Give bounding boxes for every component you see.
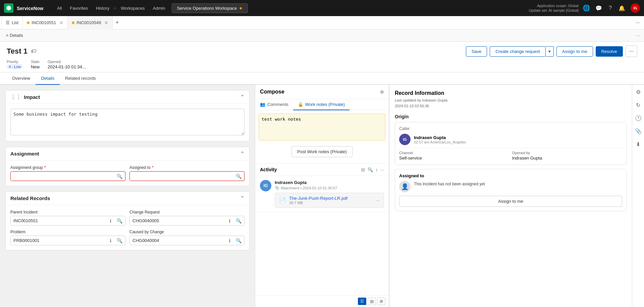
nav-favorites[interactable]: Favorites <box>66 6 92 11</box>
workspace-label: Service Operations Workspace <box>177 6 237 11</box>
impact-section-header[interactable]: ⋮⋮ Impact ⌃ <box>6 90 249 104</box>
save-button[interactable]: Save <box>466 46 487 57</box>
list-view-button[interactable]: ☰ <box>358 298 366 305</box>
add-tab-button[interactable]: + <box>113 19 122 26</box>
assigned-to-label: Assigned to * <box>129 165 245 170</box>
search-icon-activity[interactable]: 🔍 <box>368 167 373 172</box>
assigned-to-input-wrap: 🔍 <box>129 171 245 181</box>
assignment-section-header[interactable]: Assignment ⌃ <box>6 147 249 161</box>
tab2-close-icon[interactable]: ✕ <box>104 20 108 25</box>
tag-icon[interactable]: 🏷 <box>31 48 36 54</box>
caller-avatar: IG <box>399 134 411 145</box>
search-icon-2[interactable]: 🔍 <box>233 174 244 179</box>
side-download-icon[interactable]: ⬇ <box>635 140 642 149</box>
right-panel: Record Information Last updated by Indra… <box>389 85 632 307</box>
opened-meta: Opened 2024-01-10 01:34... <box>48 60 86 69</box>
tab-inc0010549[interactable]: INC0010549 ✕ <box>68 16 113 29</box>
tab1-label: INC0010551 <box>32 20 56 25</box>
nav-admin[interactable]: Admin <box>149 6 169 11</box>
record-header: Test 1 🏷 Save Create change request ▾ As… <box>0 42 644 72</box>
record-info-meta: Last updated by Indrasen Gupta 2024-01-1… <box>395 98 627 109</box>
compose-settings-icon[interactable]: ⚙ <box>380 89 384 95</box>
list-label: List <box>12 20 18 25</box>
search-icon-1[interactable]: 🔍 <box>114 174 125 179</box>
tab-overview[interactable]: Overview <box>7 72 36 85</box>
create-change-dropdown-button[interactable]: ▾ <box>546 46 554 57</box>
nav-all[interactable]: All <box>53 6 66 11</box>
side-time-icon[interactable]: 🕐 <box>634 114 643 123</box>
tab-comments[interactable]: 👥 Comments <box>255 99 293 110</box>
post-work-notes-button[interactable]: Post Work notes (Private) <box>291 146 353 157</box>
resolve-button[interactable]: Resolve <box>596 46 623 57</box>
attachment-name[interactable]: The-Junk-Push-Report-LR.pdf <box>289 196 373 201</box>
tab-details[interactable]: Details <box>36 72 60 85</box>
side-attachment-icon[interactable]: 📎 <box>634 127 643 136</box>
caller-time: 02:57 am America/Los_Angeles <box>414 140 466 144</box>
document-icon: 📄 <box>279 197 286 203</box>
tab-inc0010551[interactable]: INC0010551 ✕ <box>23 16 68 29</box>
search-icon-4[interactable]: 🔍 <box>233 218 244 224</box>
search-icon-3[interactable]: 🔍 <box>114 218 125 224</box>
tab-related-records[interactable]: Related records <box>60 72 101 85</box>
assign-to-me-button-right[interactable]: Assign to me <box>399 196 622 207</box>
info-icon-3[interactable]: ℹ <box>107 238 114 243</box>
search-icon-5[interactable]: 🔍 <box>114 238 125 243</box>
sub-tab-details-label: Details <box>10 33 23 38</box>
caller-label: Caller <box>399 126 622 131</box>
compact-view-button[interactable]: ▤ <box>368 298 376 305</box>
sub-tab-details[interactable]: Details <box>1 29 28 42</box>
parent-incident-input[interactable] <box>11 216 107 225</box>
tab-list[interactable]: ☰ List <box>1 16 23 29</box>
channel-value: Self-service <box>399 156 509 161</box>
tabs-more-button[interactable]: ··· <box>633 20 643 26</box>
language-icon[interactable]: 🌐 <box>583 4 590 12</box>
impact-section: ⋮⋮ Impact ⌃ Some business impact for tes… <box>5 90 250 141</box>
nav-history[interactable]: History <box>92 6 113 11</box>
sort-icon[interactable]: ↕ <box>376 167 378 172</box>
compose-header: Compose ⚙ <box>255 85 389 99</box>
more-icon-activity[interactable]: ··· <box>380 167 384 172</box>
sub-tabs-more[interactable]: ··· <box>634 33 643 38</box>
more-actions-button[interactable]: ··· <box>626 46 637 57</box>
tab2-label: INC0010549 <box>76 20 101 25</box>
assign-to-me-button[interactable]: Assign to me <box>556 46 593 57</box>
user-avatar[interactable]: IG <box>631 3 640 13</box>
caused-by-change-input[interactable] <box>130 236 226 245</box>
info-icon-1[interactable]: ℹ <box>107 218 114 224</box>
split-view-button[interactable]: ⊞ <box>377 298 385 305</box>
assignment-group-input[interactable] <box>11 172 114 181</box>
compose-body: test work notes Post Work notes (Private… <box>255 110 389 163</box>
compose-textarea[interactable]: test work notes <box>259 114 385 140</box>
related-records-header[interactable]: Related Records ⌃ <box>6 192 249 205</box>
filter-icon[interactable]: ⊟ <box>361 167 365 172</box>
attachment-row: 📄 The-Junk-Push-Report-LR.pdf 39.7 MB ··… <box>275 193 384 208</box>
logo[interactable]: ServiceNow <box>4 3 48 13</box>
impact-body: Some business impact for testing <box>6 104 249 141</box>
problem-input[interactable] <box>11 236 107 245</box>
attachment-more-icon[interactable]: ··· <box>376 198 380 203</box>
search-icon-6[interactable]: 🔍 <box>233 238 244 243</box>
notification-icon[interactable]: 🔔 <box>617 4 627 13</box>
nav-workspaces[interactable]: Workspaces <box>117 6 149 11</box>
side-refresh-icon[interactable]: ↻ <box>635 101 642 110</box>
impact-textarea[interactable]: Some business impact for testing <box>10 109 245 135</box>
tab-dot-1 <box>27 21 30 24</box>
info-icon-4[interactable]: ℹ <box>226 238 233 243</box>
caller-details: Indrasen Gupta 02:57 am America/Los_Ange… <box>414 135 466 144</box>
assignment-collapse-icon[interactable]: ⌃ <box>240 150 245 157</box>
related-records-collapse-icon[interactable]: ⌃ <box>240 195 245 201</box>
hamburger-icon: ☰ <box>6 20 10 25</box>
assigned-to-input[interactable] <box>130 172 233 181</box>
impact-collapse-icon[interactable]: ⌃ <box>240 94 245 100</box>
drag-handle-icon[interactable]: ⋮⋮ <box>10 94 21 100</box>
tab-work-notes[interactable]: 🔒 Work notes (Private) <box>293 99 350 110</box>
create-change-request-button[interactable]: Create change request <box>490 46 545 57</box>
chat-icon[interactable]: 💬 <box>594 4 603 13</box>
assigned-empty-row: 👤 This Incident has not been assigned ye… <box>399 181 622 192</box>
change-request-input[interactable] <box>130 216 226 225</box>
tab1-close-icon[interactable]: ✕ <box>59 20 63 25</box>
workspace-button[interactable]: Service Operations Workspace ★ <box>172 3 248 13</box>
info-icon-2[interactable]: ℹ <box>226 218 233 224</box>
side-settings-icon[interactable]: ⚙ <box>635 87 642 97</box>
help-icon[interactable]: ? <box>607 4 613 12</box>
